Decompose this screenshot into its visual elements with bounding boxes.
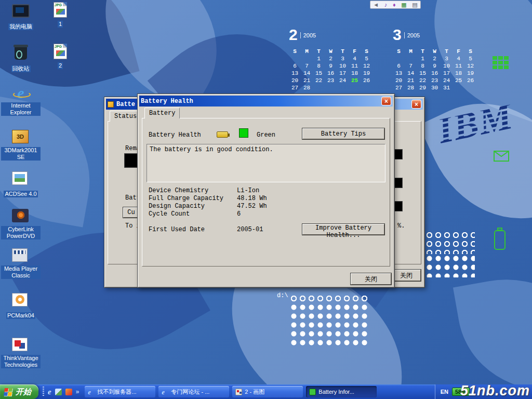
window-title: Batte [116, 101, 135, 108]
calendar-date: 28 [301, 85, 313, 91]
field-value: 47.52 Wh [237, 203, 267, 210]
envelope-icon [494, 151, 509, 162]
calendar-date: 27 [393, 85, 405, 91]
desktop-icon-internet-explorer[interactable]: e Internet Explorer [1, 85, 41, 116]
task-label: 专门网论坛 - ... [171, 388, 209, 396]
media-player-classic-icon [12, 248, 28, 262]
window-title: Battery Health [141, 98, 193, 105]
calendar-date: 27 [289, 85, 301, 91]
wallpaper-leaf [453, 265, 532, 399]
desktop-icon-label: 我的电脑 [8, 23, 33, 30]
battery-deco-icon [494, 228, 506, 250]
battery-app-icon [108, 101, 114, 108]
windows-flag-icon [4, 388, 13, 396]
chevron-icon[interactable]: » [76, 388, 79, 395]
note-icon[interactable]: ♪ [384, 1, 388, 8]
desktop-icon-pcmark04[interactable]: PCMark04 [1, 292, 41, 320]
watermark: 51nb.com [460, 383, 530, 399]
quick-launch-handle[interactable] [43, 387, 44, 397]
quick-launch: e » [38, 387, 83, 397]
desktop-icon-acdsee[interactable]: ACDSee 4.0 [1, 170, 41, 198]
thinkvantage-icon [12, 338, 28, 351]
first-used-value: 2005-01 [237, 226, 263, 233]
calendar-month: 3 [393, 27, 402, 43]
floating-toolbar[interactable]: ◄ ♪ ♦ ▦ ▤ [370, 1, 421, 9]
jpg-file-icon: JPG [54, 2, 67, 18]
desktop-icon-powerdvd[interactable]: CyberLink PowerDVD [1, 208, 41, 240]
calendar-title: 3 2005 [393, 27, 481, 44]
quick-launch-ie-icon[interactable]: e [48, 388, 51, 396]
field-label: Design Capacity [149, 203, 205, 210]
desktop-file-1[interactable]: JPG 1 [45, 2, 76, 28]
start-label: 开始 [16, 387, 31, 397]
battery-health-window[interactable]: Battery Health × Battery Battery Health … [137, 94, 395, 288]
charge-gauge [124, 153, 138, 168]
desktop-icon-label: Internet Explorer [1, 102, 41, 116]
diamond-icon[interactable]: ♦ [393, 1, 396, 8]
window-titlebar[interactable]: Battery Health × [139, 96, 393, 107]
close-button[interactable]: 关闭 [392, 270, 421, 281]
desktop-icon-thinkvantage[interactable]: ThinkVantage Technologies [1, 337, 41, 369]
calendar-date: 28 [405, 85, 417, 91]
dot-pattern [425, 254, 475, 277]
battery-tips-button[interactable]: Battery Tips [302, 128, 384, 139]
quick-launch-media-icon[interactable] [65, 389, 72, 395]
taskbar-task-forum[interactable]: e 专门网论坛 - ... [158, 386, 229, 397]
calendar-date: 29 [417, 85, 429, 91]
jpg-thumbnail [56, 9, 65, 15]
close-icon[interactable]: × [381, 97, 391, 105]
taskbar-task-battery-information[interactable]: Battery Infor... [306, 386, 377, 397]
desktop-icon-recycle-bin[interactable]: 回收站 [1, 45, 41, 73]
start-button[interactable]: 开始 [0, 384, 38, 399]
task-label: 2 - 画图 [245, 388, 264, 396]
field-label: Full Charge Capacity [149, 195, 223, 202]
language-indicator[interactable]: EN [441, 389, 448, 395]
condition-textbox[interactable]: The battery is in good condition. [147, 144, 385, 182]
jpg-badge: JPG [55, 3, 62, 7]
desktop-file-label: 2 [58, 62, 63, 69]
health-label: Battery Health [149, 131, 201, 139]
desktop-icon-media-player-classic[interactable]: Media Player Classic [1, 247, 41, 280]
battery-icon [309, 389, 316, 395]
paint-icon [235, 389, 242, 395]
internet-explorer-icon: e [12, 85, 30, 101]
desktop-file-2[interactable]: JPG 2 [45, 44, 76, 70]
field-value: Li-Ion [237, 187, 259, 194]
close-button[interactable]: 关闭 [351, 273, 391, 285]
grid-mini-icon[interactable]: ▦ [401, 1, 406, 8]
desktop-icon-3dmark2001[interactable]: 3D 3DMark2001 SE [1, 129, 41, 161]
desktop-icon-my-computer[interactable]: 我的电脑 [1, 3, 41, 31]
pcmark04-icon [12, 293, 28, 307]
ie-icon: e [162, 389, 168, 395]
desktop-icon-label: ACDSee 4.0 [4, 191, 37, 197]
desktop-icon-label: 3DMark2001 SE [1, 147, 41, 161]
calendar-date: 31 [441, 85, 453, 91]
taskbar-task-paint[interactable]: 2 - 画图 [232, 386, 303, 397]
desktop-icon-label: CyberLink PowerDVD [1, 226, 41, 240]
taskbar-task-ie[interactable]: e 找不到服务器... [85, 386, 155, 397]
field-value: 6 [237, 210, 241, 218]
calendar-march: 3 2005 SMTWTFS12345678910111213141516171… [393, 27, 481, 89]
close-icon[interactable]: × [411, 100, 421, 109]
taskbar: 开始 e » e 找不到服务器... e 专门网论坛 - ... 2 - 画图 … [0, 384, 532, 399]
improve-battery-health-button[interactable]: Improve Battery Health... [302, 224, 384, 235]
dot-pattern [425, 231, 475, 254]
calendar-year: 2005 [404, 32, 420, 38]
tab-battery[interactable]: Battery [144, 108, 180, 118]
speaker-icon[interactable]: ◄ [373, 1, 379, 8]
calendar-year: 2005 [300, 32, 316, 38]
quick-launch-desktop-icon[interactable] [55, 389, 62, 395]
field-value: 48.18 Wh [237, 195, 267, 202]
drive-label: d:\ [277, 292, 288, 299]
task-label: 找不到服务器... [97, 388, 136, 396]
field-label: Cycle Count [149, 210, 190, 218]
calendar-grid: SMTWTFS123456789101112131415161718192021… [289, 46, 377, 89]
clipboard-icon[interactable]: ▤ [412, 1, 417, 8]
percent-label: %. [397, 222, 405, 230]
first-used-label: First Used Date [149, 226, 205, 233]
jpg-file-icon: JPG [54, 44, 67, 59]
calendar-date: 30 [429, 85, 441, 91]
jpg-thumbnail [56, 50, 65, 56]
calendar-title: 2 2005 [289, 27, 377, 44]
dot-pattern [289, 303, 369, 347]
